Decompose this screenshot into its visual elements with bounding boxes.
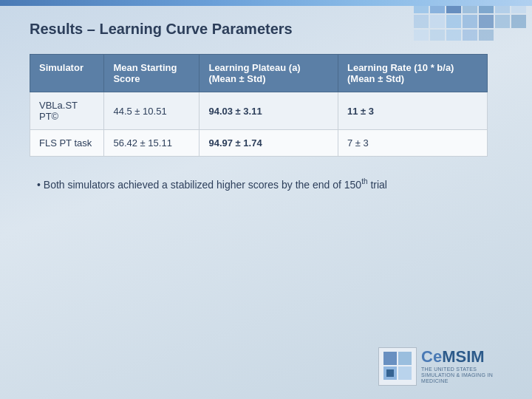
cell-learning-rate: 11 ± 3: [338, 92, 487, 130]
table-row: VBLa.ST PT©44.5 ± 10.5194.03 ± 3.1111 ± …: [30, 92, 488, 130]
results-table: Simulator Mean Starting Score Learning P…: [30, 54, 488, 157]
col-header-mean-starting-score: Mean Starting Score: [104, 55, 200, 92]
table-header-row: Simulator Mean Starting Score Learning P…: [30, 55, 488, 92]
cell-mean-starting-score: 56.42 ± 15.11: [104, 130, 200, 157]
bullet-icon: •: [37, 179, 41, 191]
logo-area: CeMSIM THE UNITED STATES SIMULATION & IM…: [378, 347, 510, 386]
svg-rect-20: [383, 352, 397, 365]
col-header-simulator: Simulator: [30, 55, 104, 92]
cell-learning-plateau: 94.97 ± 1.74: [200, 130, 338, 157]
logo-ce: Ce: [421, 348, 442, 366]
logo-subtext: THE UNITED STATES SIMULATION & IMAGING I…: [421, 366, 510, 385]
table-row: FLS PT task56.42 ± 15.1194.97 ± 1.747 ± …: [30, 130, 488, 157]
svg-rect-23: [398, 366, 412, 380]
svg-rect-24: [386, 369, 394, 377]
cell-simulator: VBLa.ST PT©: [30, 92, 104, 130]
bullet-text: • Both simulators achieved a stabilized …: [30, 177, 502, 191]
col-header-learning-plateau: Learning Plateau (a) (Mean ± Std): [200, 55, 338, 92]
cell-learning-rate: 7 ± 3: [338, 130, 487, 157]
cell-mean-starting-score: 44.5 ± 10.51: [104, 92, 200, 130]
bullet-content: Both simulators achieved a stabilized hi…: [44, 179, 387, 191]
cell-learning-plateau: 94.03 ± 3.11: [200, 92, 338, 130]
main-content: Results – Learning Curve Parameters Simu…: [0, 0, 532, 205]
cell-simulator: FLS PT task: [30, 130, 104, 157]
col-header-learning-rate: Learning Rate (10 * b/a) (Mean ± Std): [338, 55, 487, 92]
logo-text: CeMSIM THE UNITED STATES SIMULATION & IM…: [421, 348, 510, 384]
page-title: Results – Learning Curve Parameters: [30, 21, 502, 38]
logo-msim: MSIM: [442, 348, 484, 366]
svg-rect-21: [398, 352, 412, 365]
logo-box: [378, 347, 417, 386]
